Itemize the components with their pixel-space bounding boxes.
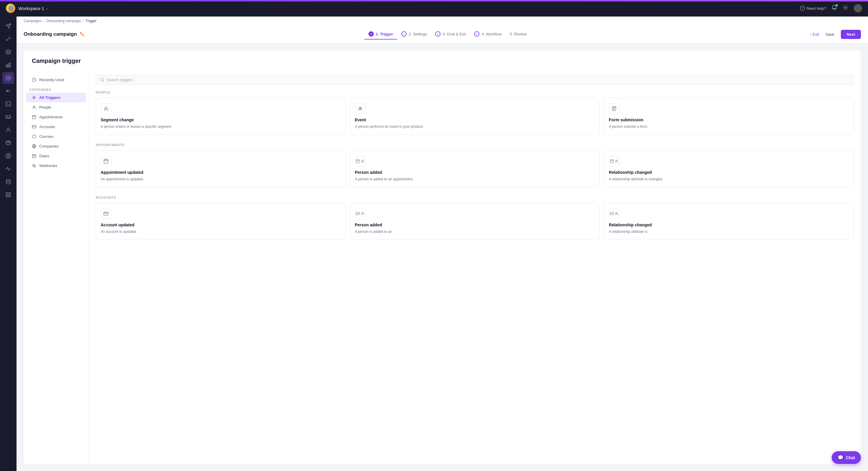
svg-point-13: [6, 180, 10, 181]
trigger-segment-change[interactable]: Segment change A person enters or leaves…: [96, 98, 346, 135]
nav-inbox[interactable]: [2, 111, 14, 123]
sidebar-people[interactable]: People: [26, 102, 86, 112]
save-button[interactable]: Save: [822, 30, 838, 38]
nav-layers[interactable]: [2, 46, 14, 58]
nav-campaigns[interactable]: [2, 72, 14, 84]
notifications-button[interactable]: [831, 5, 837, 12]
help-button[interactable]: ? Need help?: [800, 6, 826, 11]
sidebar-narrow: [0, 17, 17, 471]
nav-pulse[interactable]: [2, 163, 14, 175]
nav-db[interactable]: [2, 176, 14, 188]
edit-icon[interactable]: ✏️: [80, 32, 85, 37]
trigger-relationship-changed-account-title: Relationship changed: [609, 222, 849, 227]
svg-rect-9: [6, 102, 11, 106]
trigger-relationship-changed-account[interactable]: Relationship changed A relationship attr…: [604, 203, 854, 240]
sidebar-courses[interactable]: Courses: [26, 132, 86, 142]
svg-rect-3: [6, 65, 7, 67]
sidebar-webhooks[interactable]: Webhooks: [26, 161, 86, 170]
dates-icon: [32, 154, 36, 158]
sidebar-accounts[interactable]: Accounts: [26, 122, 86, 132]
trigger-relationship-changed-account-desc: A relationship attribute is: [609, 229, 849, 234]
svg-point-10: [7, 128, 9, 130]
step-goal[interactable]: ✓ 3. Goal & Exit: [431, 29, 470, 39]
nav-user-circle[interactable]: [2, 150, 14, 162]
trigger-person-added-appt[interactable]: Person added A person is added to an app…: [350, 150, 600, 187]
settings-button[interactable]: [843, 5, 848, 12]
breadcrumb-sep-2: /: [83, 19, 84, 23]
sidebar-appointments[interactable]: Appointments: [26, 112, 86, 122]
trigger-person-added-appt-title: Person added: [355, 170, 595, 175]
sidebar-recently-used-label: Recently Used: [39, 77, 64, 82]
chat-button[interactable]: 💬 Chat: [832, 451, 861, 464]
form-icon: [609, 103, 619, 114]
exit-button[interactable]: ‹ Exit: [810, 32, 819, 37]
topbar: 🌀 Workspace 1 ⌄ ? Need help?: [0, 0, 868, 17]
trigger-event-title: Event: [355, 118, 595, 122]
nav-grid[interactable]: [2, 189, 14, 201]
svg-rect-29: [104, 159, 108, 163]
nav-chart[interactable]: [2, 59, 14, 71]
workspace-name[interactable]: Workspace 1 ⌄: [18, 6, 49, 11]
svg-point-24: [34, 165, 35, 166]
main-area: Campaigns / Onboarding campaign / Trigge…: [17, 17, 868, 471]
svg-point-33: [616, 160, 617, 161]
trigger-form-title: Form submission: [609, 118, 849, 122]
trigger-segment-change-title: Segment change: [101, 118, 341, 122]
sidebar-companies[interactable]: Companies: [26, 142, 86, 151]
card-title: Campaign trigger: [32, 58, 852, 64]
main-layout: Campaigns / Onboarding campaign / Trigge…: [0, 17, 868, 471]
trigger-account-updated-title: Account updated: [101, 222, 341, 227]
topbar-left: 🌀 Workspace 1 ⌄: [6, 4, 49, 13]
nav-expand[interactable]: [2, 33, 14, 45]
trigger-relationship-changed-appt[interactable]: Relationship changed A relationship attr…: [604, 150, 854, 187]
trigger-form-desc: A person submits a form.: [609, 124, 849, 129]
breadcrumb-campaigns[interactable]: Campaigns: [24, 19, 42, 23]
pulse-icon: [5, 166, 11, 172]
trigger-sidebar: Recently Used CATEGORIES All Triggers Pe…: [24, 70, 89, 464]
sidebar-dates[interactable]: Dates: [26, 151, 86, 161]
top-section: Campaigns / Onboarding campaign / Trigge…: [17, 17, 868, 43]
trigger-appointment-updated[interactable]: Appointment updated An appointment is up…: [96, 150, 346, 187]
step-label-workflow: 4. Workflow: [482, 32, 502, 36]
trigger-account-updated[interactable]: Account updated An account is updated.: [96, 203, 346, 240]
trigger-form-submission[interactable]: Form submission A person submits a form.: [604, 98, 854, 135]
trigger-person-added-appt-desc: A person is added to an appointment.: [355, 177, 595, 182]
nav-send[interactable]: [2, 20, 14, 32]
svg-point-38: [616, 212, 617, 214]
trigger-person-added-account-desc: A person is added to an: [355, 229, 595, 234]
trigger-person-added-account[interactable]: Person added A person is added to an: [350, 203, 600, 240]
step-check-settings: ✓: [401, 31, 407, 37]
search-icon: [100, 77, 104, 82]
svg-point-19: [33, 106, 35, 107]
help-label: Need help?: [807, 6, 826, 11]
step-label-goal: 3. Goal & Exit: [442, 32, 466, 36]
nav-person[interactable]: [2, 124, 14, 136]
relationship-changed-account-icon: [609, 208, 619, 219]
sidebar-person-icon: [32, 105, 36, 109]
sidebar-accounts-label: Accounts: [39, 125, 55, 129]
svg-rect-23: [32, 155, 36, 158]
step-trigger[interactable]: ✓ 1. Trigger: [364, 29, 397, 39]
chart-icon: [5, 62, 11, 68]
trigger-account-updated-desc: An account is updated.: [101, 229, 341, 234]
step-settings[interactable]: ✓ 2. Settings: [397, 29, 431, 39]
breadcrumb-onboarding[interactable]: Onboarding campaign: [46, 19, 81, 23]
appointment-updated-icon: [101, 156, 111, 166]
nav-box[interactable]: [2, 137, 14, 149]
step-workflow[interactable]: ✓ 4. Workflow: [470, 29, 506, 39]
sidebar-dates-label: Dates: [39, 154, 49, 158]
nav-megaphone[interactable]: [2, 85, 14, 97]
trigger-event[interactable]: Event A person performs an event in your…: [350, 98, 600, 135]
step-check-goal: ✓: [435, 31, 440, 37]
help-icon: ?: [800, 6, 805, 11]
appointments-section-label: APPOINTMENTS: [96, 143, 854, 147]
sidebar-recently-used[interactable]: Recently Used: [26, 75, 86, 85]
sidebar-all-triggers[interactable]: All Triggers: [26, 93, 86, 102]
sidebar-appointments-label: Appointments: [39, 115, 63, 119]
search-input[interactable]: [107, 77, 849, 82]
next-button[interactable]: Next: [841, 30, 861, 39]
nav-terminal[interactable]: [2, 98, 14, 110]
svg-point-6: [8, 77, 9, 79]
step-review[interactable]: 5. Review: [506, 30, 531, 39]
avatar[interactable]: [854, 4, 862, 12]
